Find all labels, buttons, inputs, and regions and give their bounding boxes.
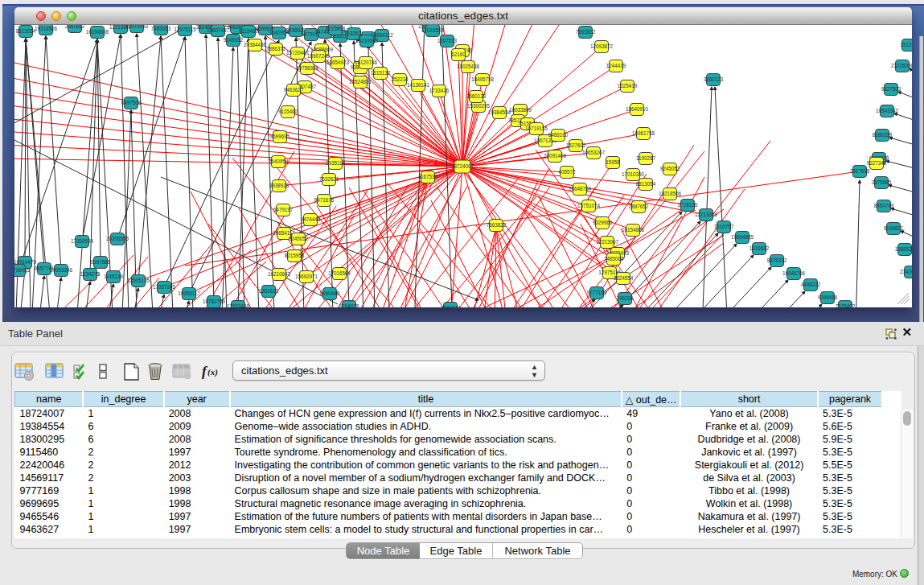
svg-text:17016504: 17016504 — [421, 27, 445, 33]
svg-text:(x): (x) — [207, 367, 218, 377]
svg-text:20091406: 20091406 — [544, 153, 567, 159]
svg-text:20053346: 20053346 — [50, 267, 73, 273]
svg-text:15751074: 15751074 — [577, 203, 601, 208]
svg-text:1167533: 1167533 — [418, 174, 438, 179]
svg-text:4498222: 4498222 — [801, 282, 821, 287]
svg-text:18640910: 18640910 — [626, 106, 649, 112]
svg-text:1615132: 1615132 — [371, 70, 391, 76]
svg-text:17010350: 17010350 — [622, 171, 645, 177]
svg-text:10653267: 10653267 — [582, 150, 606, 155]
svg-text:8471676: 8471676 — [314, 197, 335, 203]
svg-text:6466160: 6466160 — [548, 132, 569, 138]
svg-text:19384554: 19384554 — [488, 109, 511, 115]
svg-text:16154808: 16154808 — [622, 227, 645, 233]
svg-text:1621072: 1621072 — [441, 305, 461, 307]
svg-text:9699695: 9699695 — [270, 134, 290, 139]
svg-text:1325419: 1325419 — [618, 83, 638, 89]
svg-text:7485063: 7485063 — [604, 256, 624, 262]
svg-text:15958: 15958 — [606, 159, 620, 165]
svg-text:10807487: 10807487 — [207, 27, 230, 33]
svg-text:1733426: 1733426 — [429, 88, 450, 93]
svg-text:9115460: 9115460 — [278, 109, 298, 114]
svg-text:16154808: 16154808 — [86, 29, 109, 35]
svg-text:1916682: 1916682 — [749, 245, 770, 251]
svg-text:18495758: 18495758 — [471, 76, 495, 82]
svg-text:1640954: 1640954 — [269, 159, 289, 164]
svg-text:20364436: 20364436 — [244, 42, 267, 47]
svg-text:12505135: 12505135 — [127, 278, 150, 283]
svg-text:1588520: 1588520 — [895, 246, 912, 252]
svg-text:8938928: 8938928 — [269, 183, 290, 188]
svg-text:8990448: 8990448 — [320, 290, 340, 296]
svg-text:7886372: 7886372 — [266, 46, 286, 51]
svg-text:252234: 252234 — [391, 76, 409, 82]
svg-text:2887652: 2887652 — [65, 25, 85, 29]
svg-text:8186328: 8186328 — [873, 132, 893, 138]
svg-text:7625402: 7625402 — [836, 303, 856, 307]
svg-text:19218506: 19218506 — [659, 191, 682, 196]
svg-text:10719155: 10719155 — [525, 126, 548, 131]
svg-text:7485063: 7485063 — [151, 26, 171, 31]
svg-text:14136141: 14136141 — [407, 82, 430, 88]
svg-text:18907249: 18907249 — [307, 53, 331, 59]
svg-text:17957245: 17957245 — [153, 284, 176, 290]
svg-text:2867608: 2867608 — [850, 168, 870, 174]
svg-text:3875685: 3875685 — [872, 179, 892, 185]
svg-text:16210643: 16210643 — [355, 38, 379, 43]
svg-text:9146821: 9146821 — [884, 225, 904, 231]
svg-text:1145134: 1145134 — [104, 274, 124, 279]
svg-text:17016504: 17016504 — [328, 270, 351, 276]
svg-text:13716485: 13716485 — [14, 267, 30, 273]
svg-text:62160: 62160 — [451, 51, 466, 57]
svg-text:9245052: 9245052 — [224, 37, 244, 43]
svg-text:10025438: 10025438 — [457, 64, 480, 69]
svg-text:1362615: 1362615 — [259, 288, 279, 294]
svg-text:1167533: 1167533 — [437, 38, 458, 43]
svg-text:18724007: 18724007 — [451, 163, 474, 169]
svg-text:8813054: 8813054 — [16, 28, 36, 34]
svg-text:9227342: 9227342 — [867, 160, 887, 166]
svg-text:1527602: 1527602 — [566, 142, 586, 148]
svg-text:19654985: 19654985 — [731, 234, 754, 240]
svg-text:20206555: 20206555 — [106, 236, 129, 241]
svg-text:7663822: 7663822 — [487, 222, 507, 228]
svg-text:7663822: 7663822 — [576, 29, 596, 35]
svg-text:9463627: 9463627 — [284, 87, 304, 93]
svg-text:3824554: 3824554 — [614, 275, 634, 281]
svg-text:10973493: 10973493 — [125, 25, 149, 29]
svg-text:1244419: 1244419 — [606, 63, 626, 68]
svg-text:391295: 391295 — [900, 42, 912, 47]
svg-text:9777169: 9777169 — [587, 290, 607, 295]
svg-text:12213369: 12213369 — [695, 212, 718, 217]
svg-text:15300295: 15300295 — [467, 103, 491, 109]
svg-text:12213967: 12213967 — [596, 239, 619, 245]
svg-text:6794028: 6794028 — [339, 303, 359, 307]
svg-text:16782759: 16782759 — [203, 299, 226, 304]
svg-text:9329966: 9329966 — [593, 220, 613, 225]
svg-text:10543342: 10543342 — [876, 108, 899, 113]
svg-text:16648784: 16648784 — [569, 186, 592, 192]
svg-text:9245052: 9245052 — [660, 166, 680, 171]
svg-text:746266: 746266 — [616, 295, 634, 301]
svg-text:9474444: 9474444 — [301, 216, 321, 222]
svg-text:7632621: 7632621 — [319, 176, 339, 182]
svg-text:2718126: 2718126 — [678, 202, 698, 208]
svg-text:1610757: 1610757 — [714, 224, 734, 229]
svg-text:8878332: 8878332 — [767, 257, 787, 263]
svg-text:16210643: 16210643 — [268, 271, 291, 277]
svg-text:3660123: 3660123 — [704, 76, 724, 82]
svg-text:8215958: 8215958 — [285, 253, 305, 258]
svg-text:15692971: 15692971 — [295, 274, 318, 279]
svg-text:2935114: 2935114 — [326, 160, 346, 166]
svg-text:9099486: 9099486 — [818, 295, 838, 300]
svg-text:9245052: 9245052 — [289, 236, 309, 241]
svg-text:23226058: 23226058 — [891, 63, 912, 68]
svg-text:8454749: 8454749 — [874, 203, 894, 208]
svg-text:12093872: 12093872 — [590, 43, 614, 49]
svg-text:13524851: 13524851 — [349, 79, 372, 84]
svg-text:1190287: 1190287 — [636, 155, 656, 161]
svg-text:13654923: 13654923 — [326, 60, 350, 65]
svg-text:23420046: 23420046 — [900, 269, 912, 274]
svg-text:10654112: 10654112 — [371, 32, 393, 38]
svg-text:16914479: 16914479 — [14, 259, 36, 265]
